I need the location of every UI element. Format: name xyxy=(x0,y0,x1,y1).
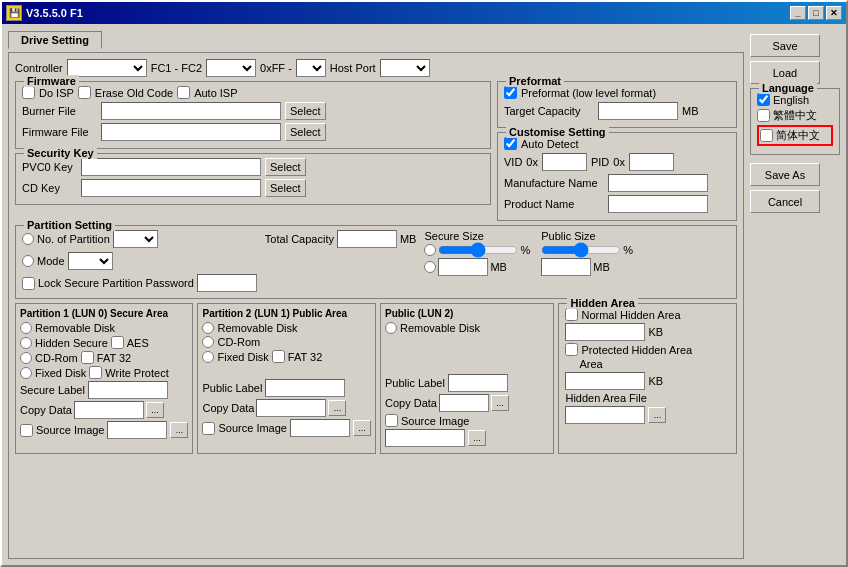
p2-fixed-radio[interactable] xyxy=(202,351,214,363)
english-label: English xyxy=(773,94,809,106)
mode-select[interactable] xyxy=(68,252,113,270)
simplified-chinese-checkbox[interactable] xyxy=(760,129,773,142)
hidden-area-file-label: Hidden Area File xyxy=(565,392,646,404)
p2-source-image-input[interactable] xyxy=(290,419,350,437)
p3-copy-data-input[interactable] xyxy=(439,394,489,412)
p1-copy-data-btn[interactable]: ... xyxy=(146,402,164,418)
auto-isp-checkbox[interactable] xyxy=(177,86,190,99)
public-size-label: Public Size xyxy=(541,230,633,242)
public-mb-input[interactable] xyxy=(541,258,591,276)
no-of-partition-select[interactable] xyxy=(113,230,158,248)
p1-source-image-input[interactable] xyxy=(107,421,167,439)
p3-source-image-checkbox[interactable] xyxy=(385,414,398,427)
hidden-area-file-input[interactable] xyxy=(565,406,645,424)
minimize-button[interactable]: _ xyxy=(790,6,806,20)
p2-copy-data-input[interactable] xyxy=(256,399,326,417)
p2-fat32-checkbox[interactable] xyxy=(272,350,285,363)
erase-old-code-checkbox[interactable] xyxy=(78,86,91,99)
pid-input[interactable] xyxy=(629,153,674,171)
p2-public-label-input[interactable] xyxy=(265,379,345,397)
normal-kb-label: KB xyxy=(648,326,663,338)
p2-copy-data-label: Copy Data xyxy=(202,402,254,414)
preformat-checkbox[interactable] xyxy=(504,86,517,99)
top-section: Firmware Do ISP Erase Old Code Auto ISP xyxy=(15,81,737,221)
p1-secure-label-input[interactable] xyxy=(88,381,168,399)
hidden-area-file-btn[interactable]: ... xyxy=(648,407,666,423)
p2-removable-radio[interactable] xyxy=(202,322,214,334)
firmware-select-btn[interactable]: Select xyxy=(285,123,326,141)
app-icon: 💾 xyxy=(6,5,22,21)
save-button[interactable]: Save xyxy=(750,34,820,57)
protected-hidden-kb-input[interactable] xyxy=(565,372,645,390)
total-cap-input[interactable] xyxy=(337,230,397,248)
password-input[interactable] xyxy=(197,274,257,292)
auto-detect-checkbox[interactable] xyxy=(504,137,517,150)
p1-aes-checkbox[interactable] xyxy=(111,336,124,349)
p1-cdrom-radio[interactable] xyxy=(20,352,32,364)
p1-removable-radio[interactable] xyxy=(20,322,32,334)
maximize-button[interactable]: □ xyxy=(808,6,824,20)
p2-source-image-checkbox[interactable] xyxy=(202,422,215,435)
no-of-partition-radio[interactable] xyxy=(22,233,34,245)
cancel-button[interactable]: Cancel xyxy=(750,190,820,213)
pvco-select-btn[interactable]: Select xyxy=(265,158,306,176)
secure-slider-input[interactable] xyxy=(438,243,518,257)
secure-mb-input[interactable] xyxy=(438,258,488,276)
ff-select[interactable] xyxy=(296,59,326,77)
p1-hidden-radio[interactable] xyxy=(20,337,32,349)
p1-source-image-checkbox[interactable] xyxy=(20,424,33,437)
save-as-button[interactable]: Save As xyxy=(750,163,820,186)
cd-key-input[interactable] xyxy=(81,179,261,197)
burner-file-input[interactable] xyxy=(101,102,281,120)
normal-hidden-checkbox[interactable] xyxy=(565,308,578,321)
secure-mb-row: MB xyxy=(424,258,530,276)
p2-copy-data-btn[interactable]: ... xyxy=(328,400,346,416)
vid-input[interactable] xyxy=(542,153,587,171)
drive-setting-tab[interactable]: Drive Setting xyxy=(8,31,102,49)
p1-copy-data-input[interactable] xyxy=(74,401,144,419)
target-cap-input[interactable] xyxy=(598,102,678,120)
mb-label: MB xyxy=(682,105,699,117)
traditional-chinese-checkbox[interactable] xyxy=(757,109,770,122)
partition1-box: Partition 1 (LUN 0) Secure Area Removabl… xyxy=(15,303,193,454)
secure-mb-radio[interactable] xyxy=(424,261,436,273)
p2-cdrom-radio[interactable] xyxy=(202,336,214,348)
lock-secure-checkbox[interactable] xyxy=(22,277,35,290)
pid-hex: 0x xyxy=(613,156,625,168)
p2-copy-data-row: Copy Data ... xyxy=(202,399,370,417)
do-isp-checkbox[interactable] xyxy=(22,86,35,99)
close-button[interactable]: ✕ xyxy=(826,6,842,20)
normal-hidden-kb-input[interactable] xyxy=(565,323,645,341)
firmware-file-row: Firmware File Select xyxy=(22,123,484,141)
protected-hidden-checkbox[interactable] xyxy=(565,343,578,356)
public-slider-input[interactable] xyxy=(541,243,621,257)
product-input[interactable] xyxy=(608,195,708,213)
burner-select-btn[interactable]: Select xyxy=(285,102,326,120)
controller-row: Controller FC1 - FC2 0xFF - Host Port xyxy=(15,59,737,77)
cd-key-select-btn[interactable]: Select xyxy=(265,179,306,197)
secure-pct-radio[interactable] xyxy=(424,244,436,256)
p1-fat32-checkbox[interactable] xyxy=(81,351,94,364)
p1-fixed-radio[interactable] xyxy=(20,367,32,379)
manufacture-input[interactable] xyxy=(608,174,708,192)
p3-source-image-input[interactable] xyxy=(385,429,465,447)
burner-file-row: Burner File Select xyxy=(22,102,484,120)
english-checkbox[interactable] xyxy=(757,93,770,106)
load-button[interactable]: Load xyxy=(750,61,820,84)
firmware-file-input[interactable] xyxy=(101,123,281,141)
p3-removable-radio[interactable] xyxy=(385,322,397,334)
cd-key-label: CD Key xyxy=(22,182,77,194)
ff-label: 0xFF - xyxy=(260,62,292,74)
pvco-input[interactable] xyxy=(81,158,261,176)
p3-copy-data-btn[interactable]: ... xyxy=(491,395,509,411)
p3-public-label-input[interactable] xyxy=(448,374,508,392)
protected-kb-label: KB xyxy=(648,375,663,387)
panel-body: Controller FC1 - FC2 0xFF - Host Port Fi… xyxy=(8,52,744,559)
p2-source-image-btn[interactable]: ... xyxy=(353,420,371,436)
mode-radio[interactable] xyxy=(22,255,34,267)
fc2-select[interactable] xyxy=(206,59,256,77)
p3-source-image-btn[interactable]: ... xyxy=(468,430,486,446)
p1-source-image-btn[interactable]: ... xyxy=(170,422,188,438)
host-port-select[interactable] xyxy=(380,59,430,77)
p1-write-protect-checkbox[interactable] xyxy=(89,366,102,379)
